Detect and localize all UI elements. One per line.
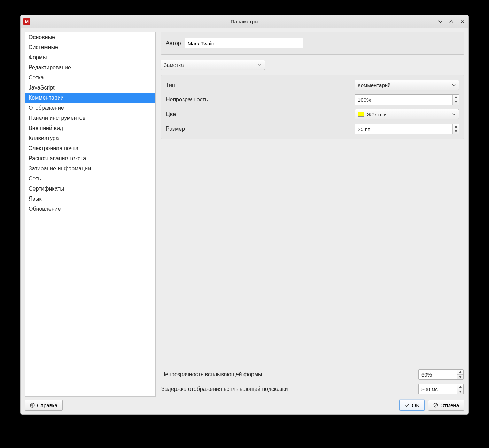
content-area: Основные Системные Формы Редактирование …	[21, 28, 468, 397]
popup-opacity-spinner[interactable]: 60%	[418, 369, 464, 380]
author-panel: Автор	[161, 32, 464, 55]
chevron-down-icon	[438, 19, 443, 24]
opacity-spinner[interactable]: 100%	[355, 94, 459, 105]
sidebar-item-network[interactable]: Сеть	[25, 173, 155, 184]
sidebar-item-system[interactable]: Системные	[25, 42, 155, 52]
chevron-down-icon	[452, 83, 456, 87]
dialog-footer: Справка OK Отмена	[21, 397, 468, 414]
popup-opacity-step-down[interactable]	[457, 375, 463, 380]
popup-opacity-label: Непрозрачность всплывающей формы	[161, 371, 262, 378]
author-label: Автор	[166, 40, 181, 46]
color-combo[interactable]: Жёлтый	[355, 109, 459, 119]
maximize-button[interactable]	[448, 18, 455, 25]
ok-button[interactable]: OK	[399, 400, 425, 411]
opacity-step-down[interactable]	[453, 100, 459, 105]
popup-opacity-value: 60%	[419, 370, 457, 379]
annotation-type-value: Заметка	[164, 62, 256, 68]
size-value: 25 пт	[355, 124, 452, 134]
popup-delay-value: 800 мс	[419, 384, 457, 394]
sidebar-item-language[interactable]: Язык	[25, 194, 155, 204]
cancel-icon	[433, 403, 438, 408]
sidebar-item-certificates[interactable]: Сертификаты	[25, 184, 155, 194]
opacity-label: Непрозрачность	[166, 96, 208, 103]
size-spinner[interactable]: 25 пт	[355, 124, 459, 134]
minimize-button[interactable]	[437, 18, 443, 25]
size-step-down[interactable]	[453, 129, 459, 134]
close-button[interactable]	[459, 18, 466, 25]
annotation-type-combo[interactable]: Заметка	[161, 60, 265, 70]
annotation-settings-panel: Тип Комментарий Непрозрачность 100%	[161, 75, 464, 139]
ok-label: OK	[412, 402, 419, 408]
titlebar: Параметры	[21, 15, 468, 28]
cancel-button[interactable]: Отмена	[428, 400, 464, 411]
category-sidebar[interactable]: Основные Системные Формы Редактирование …	[25, 32, 156, 397]
sidebar-item-javascript[interactable]: JavaScript	[25, 83, 155, 93]
help-icon	[30, 403, 35, 408]
type-value: Комментарий	[358, 82, 450, 88]
close-icon	[460, 19, 465, 24]
main-panel: Автор Заметка Тип Комментарий	[161, 32, 464, 397]
type-combo[interactable]: Комментарий	[355, 80, 459, 90]
popup-opacity-step-up[interactable]	[457, 370, 463, 375]
sidebar-item-toolbars[interactable]: Панели инструментов	[25, 113, 155, 123]
popup-delay-label: Задержка отображения всплывающей подсказ…	[161, 386, 288, 392]
popup-delay-step-down[interactable]	[457, 389, 463, 394]
help-button[interactable]: Справка	[25, 400, 63, 411]
cancel-label: Отмена	[440, 402, 459, 408]
sidebar-item-appearance[interactable]: Внешний вид	[25, 123, 155, 133]
sidebar-item-email[interactable]: Электронная почта	[25, 143, 155, 153]
sidebar-item-redaction[interactable]: Затирание информации	[25, 163, 155, 173]
popup-delay-spinner[interactable]: 800 мс	[418, 384, 464, 394]
color-value: Жёлтый	[367, 111, 450, 117]
color-swatch	[358, 112, 364, 117]
popup-delay-step-up[interactable]	[457, 384, 463, 389]
color-label: Цвет	[166, 111, 178, 117]
popup-settings: Непрозрачность всплывающей формы 60% Зад…	[161, 369, 464, 397]
size-step-up[interactable]	[453, 124, 459, 129]
check-icon	[405, 403, 410, 408]
sidebar-item-grid[interactable]: Сетка	[25, 72, 155, 83]
window-controls	[437, 18, 466, 25]
opacity-value: 100%	[355, 95, 452, 105]
type-label: Тип	[166, 82, 175, 88]
chevron-down-icon	[258, 63, 262, 67]
sidebar-item-editing[interactable]: Редактирование	[25, 62, 155, 72]
opacity-step-up[interactable]	[453, 95, 459, 100]
sidebar-item-keyboard[interactable]: Клавиатура	[25, 133, 155, 143]
app-icon	[23, 18, 30, 25]
sidebar-item-comments[interactable]: Комментарии	[25, 93, 155, 103]
sidebar-item-ocr[interactable]: Распознавание текста	[25, 153, 155, 163]
preferences-window: Параметры Основные Системные Формы Редак…	[20, 15, 469, 415]
sidebar-item-display[interactable]: Отображение	[25, 103, 155, 113]
sidebar-item-general[interactable]: Основные	[25, 32, 155, 42]
chevron-up-icon	[449, 19, 454, 24]
chevron-down-icon	[452, 112, 456, 116]
help-label: Справка	[37, 402, 57, 408]
author-input[interactable]	[185, 38, 303, 48]
window-title: Параметры	[21, 18, 468, 24]
size-label: Размер	[166, 126, 185, 132]
sidebar-item-updates[interactable]: Обновление	[25, 204, 155, 214]
svg-line-5	[434, 404, 437, 407]
sidebar-item-forms[interactable]: Формы	[25, 52, 155, 62]
